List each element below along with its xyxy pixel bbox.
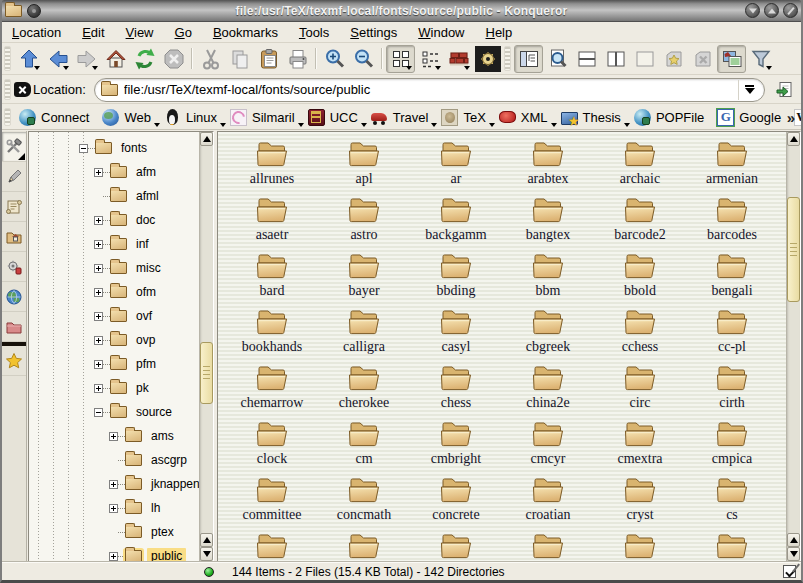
folder-item[interactable] [226, 528, 318, 561]
scroll-up-button[interactable] [787, 132, 800, 146]
folder-item-china2e[interactable]: china2e [502, 360, 594, 416]
folder-item-arabtex[interactable]: arabtex [502, 136, 594, 192]
bricks-view-button[interactable] [444, 45, 473, 73]
toolbar-handle[interactable] [4, 79, 11, 100]
folder-item-circ[interactable]: circ [594, 360, 686, 416]
menu-window[interactable]: Window [418, 25, 464, 40]
location-input[interactable] [124, 82, 738, 97]
bookmark-popfile[interactable]: POPFile [629, 107, 712, 128]
menu-view[interactable]: View [126, 25, 154, 40]
show-sidebar-button[interactable] [514, 45, 543, 73]
tree-item-misc[interactable]: misc [94, 256, 165, 280]
tree-item-lh[interactable]: lh [109, 496, 164, 520]
close-tab-button-disabled[interactable] [688, 45, 717, 73]
statusbar-check-pencil-icon[interactable] [783, 565, 796, 578]
bookmark-thesis[interactable]: ★Thesis [556, 107, 629, 128]
sidebar-tab-home-folder[interactable] [2, 222, 26, 252]
folder-item-cmpica[interactable]: cmpica [686, 416, 778, 472]
tree-item-jknappen[interactable]: jknappen [109, 472, 204, 496]
folder-item-committee[interactable]: committee [226, 472, 318, 528]
print-button[interactable] [283, 45, 312, 73]
folder-item-archaic[interactable]: archaic [594, 136, 686, 192]
expander-plus-icon[interactable] [109, 552, 118, 561]
folder-item-armenian[interactable]: armenian [686, 136, 778, 192]
image-preview-button[interactable] [717, 45, 746, 73]
expander-plus-icon[interactable] [94, 288, 103, 297]
expander-plus-icon[interactable] [94, 264, 103, 273]
split-left-right-button[interactable] [601, 45, 630, 73]
split-top-bottom-button[interactable] [572, 45, 601, 73]
find-button[interactable] [543, 45, 572, 73]
close-button[interactable] [783, 3, 798, 18]
tree-item-afml[interactable]: afml [94, 184, 163, 208]
tree-item-public[interactable]: public [109, 544, 186, 562]
folder-item[interactable] [318, 528, 410, 561]
expander-plus-icon[interactable] [94, 168, 103, 177]
stop-button-disabled[interactable] [159, 45, 188, 73]
folder-item-clock[interactable]: clock [226, 416, 318, 472]
folder-item-cm[interactable]: cm [318, 416, 410, 472]
bookmarks-overflow-chevron[interactable]: » [787, 109, 795, 126]
folder-item-concrete[interactable]: concrete [410, 472, 502, 528]
menu-edit[interactable]: Edit [82, 25, 104, 40]
folder-item[interactable] [686, 528, 778, 561]
cut-button-disabled[interactable] [196, 45, 225, 73]
sidebar-tab-root-folder[interactable] [2, 312, 26, 342]
menu-location[interactable]: Location [12, 25, 61, 40]
tree-item-ptex[interactable]: ptex [109, 520, 178, 544]
zoom-out-button[interactable] [349, 45, 378, 73]
tree-item-inf[interactable]: inf [94, 232, 153, 256]
folder-item-concmath[interactable]: concmath [318, 472, 410, 528]
go-button[interactable] [771, 78, 797, 102]
toolbar-handle[interactable] [504, 46, 511, 70]
menu-bookmarks[interactable]: Bookmarks [213, 25, 278, 40]
folder-item-allrunes[interactable]: allrunes [226, 136, 318, 192]
scroll-up-button[interactable] [787, 533, 800, 547]
maximize-button[interactable] [764, 3, 779, 18]
folder-item-cryst[interactable]: cryst [594, 472, 686, 528]
folder-item[interactable] [594, 528, 686, 561]
sidebar-tab-network[interactable] [2, 282, 26, 312]
menu-settings[interactable]: Settings [350, 25, 397, 40]
sidebar-tab-configure[interactable] [2, 132, 26, 162]
icon-view-button[interactable] [386, 45, 415, 73]
folder-item[interactable] [502, 528, 594, 561]
title-bar[interactable]: file:/usr/TeX/texmf-local/fonts/source/p… [0, 0, 803, 22]
tree-item-pk[interactable]: pk [94, 376, 153, 400]
expander-minus-icon[interactable] [79, 144, 88, 153]
expander-plus-icon[interactable] [94, 216, 103, 225]
close-view-button[interactable] [630, 45, 659, 73]
tree-item-ams[interactable]: ams [109, 424, 178, 448]
folder-item-bard[interactable]: bard [226, 248, 318, 304]
sidebar-tab-pencil[interactable] [2, 162, 26, 192]
folder-item-backgamm[interactable]: backgamm [410, 192, 502, 248]
toolbar-handle[interactable] [4, 46, 11, 70]
folder-item-cs[interactable]: cs [686, 472, 778, 528]
bookmark-travel[interactable]: Travel [366, 107, 437, 128]
reload-button[interactable] [130, 45, 159, 73]
tree-item-pfm[interactable]: pfm [94, 352, 160, 376]
tree-item-fonts[interactable]: fonts [79, 136, 151, 160]
folder-item-bbding[interactable]: bbding [410, 248, 502, 304]
paste-button[interactable] [254, 45, 283, 73]
folder-item-cchess[interactable]: cchess [594, 304, 686, 360]
sidebar-tab-history[interactable] [2, 192, 26, 222]
expander-plus-icon[interactable] [94, 240, 103, 249]
sidebar-tab-services[interactable] [2, 252, 26, 282]
menu-tools[interactable]: Tools [299, 25, 329, 40]
folder-item-cirth[interactable]: cirth [686, 360, 778, 416]
folder-item-casyl[interactable]: casyl [410, 304, 502, 360]
folder-item-astro[interactable]: astro [318, 192, 410, 248]
folder-item-asaetr[interactable]: asaetr [226, 192, 318, 248]
bookmark-tex[interactable]: TeX [436, 107, 493, 128]
bookmark-silmaril[interactable]: Silmaril [225, 107, 303, 128]
sidebar-tab-bookmarks[interactable] [2, 346, 26, 376]
location-combobox[interactable] [94, 78, 765, 102]
copy-button-disabled[interactable] [225, 45, 254, 73]
new-tab-button-disabled[interactable] [659, 45, 688, 73]
folder-item-bayer[interactable]: bayer [318, 248, 410, 304]
tree-scrollbar[interactable] [199, 132, 213, 561]
folder-item-cbgreek[interactable]: cbgreek [502, 304, 594, 360]
folder-item-apl[interactable]: apl [318, 136, 410, 192]
scroll-down-button[interactable] [200, 547, 213, 561]
